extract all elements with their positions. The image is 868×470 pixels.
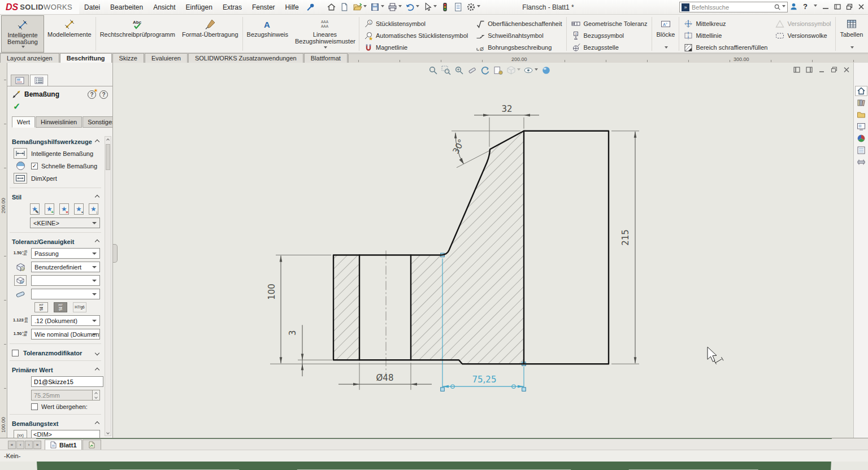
balloon-button[interactable]: 1 Stücklistensymbol [364,19,468,28]
menu-datei[interactable]: Datei [79,0,105,14]
new-document-icon[interactable] [338,1,351,14]
fit-display-stacked-button[interactable]: H7g6 [34,302,48,312]
dimension-215[interactable]: 215 [620,132,636,363]
dimension-100[interactable]: 100 [267,255,282,363]
blocks-flyout-caret[interactable] [665,46,668,50]
search-input[interactable] [692,4,774,11]
override-value-checkbox[interactable] [31,403,38,410]
smart-dimension-item[interactable]: Intelligente Bemaßung [13,148,100,159]
auto-balloon-button[interactable]: Automatisches Stücklistensymbol [364,31,468,40]
blocks-button[interactable]: A° Blöcke [653,15,678,53]
menu-fenster[interactable]: Fenster [247,0,280,14]
home-icon[interactable] [325,1,338,14]
model-items-button[interactable]: Modellelemente [44,15,95,53]
first-sheet-button[interactable]: « [8,441,16,449]
menu-ansicht[interactable]: Ansicht [148,0,180,14]
style-add-button[interactable]: ★+ [45,203,54,215]
view-palette-icon[interactable] [855,121,867,132]
menu-hilfe[interactable]: Hilfe [280,0,304,14]
last-sheet-button[interactable]: » [33,441,41,449]
hole-callout-button[interactable]: Ø Bohrungsbeschreibung [476,43,562,52]
linear-note-pattern-button[interactable]: AAAAAA Lineares Bezugshinweismuster [292,15,358,53]
centerline-button[interactable]: Mittellinie [684,31,767,40]
pin-menu-icon[interactable] [304,1,317,14]
select-cursor-icon[interactable] [421,1,439,14]
doc-restore-icon[interactable] [831,67,837,73]
tab-zusatzanwendungen[interactable]: SOLIDWORKS Zusatzanwendungen [188,53,303,63]
dimxpert-item[interactable]: DimXpert [13,173,100,184]
menu-einfuegen[interactable]: Einfügen [181,0,218,14]
tab-beschriftung[interactable]: Beschriftung [60,53,112,63]
section-tolerance[interactable]: Toleranz/Genauigkeit [12,238,99,245]
panel-tab-properties[interactable] [30,75,48,86]
sheet-properties-icon[interactable] [493,66,503,75]
tables-button[interactable]: Tabellen [836,15,866,53]
restore-button[interactable] [846,3,853,10]
annotation-tag-icon[interactable] [467,66,477,75]
doc-minimize-icon[interactable] [818,67,825,73]
pane-left-icon[interactable] [793,67,800,73]
center-mark-button[interactable]: Mittelkreuz [684,19,767,28]
section-primary-value[interactable]: Primärer Wert [12,367,99,373]
weld-symbol-button[interactable]: Schweißnahtsymbol [476,31,562,40]
tolerance-precision-dropdown[interactable]: Wie nominal (Dokument) [31,329,100,340]
format-painter-button[interactable]: Format-Übertragung [179,15,242,53]
smart-dimension-button[interactable]: Intelligente Bemaßung [1,15,44,53]
spellcheck-button[interactable]: Abc Rechtschreibprüfprogramm [97,15,179,53]
custom-properties-icon[interactable] [855,145,867,155]
help-caret[interactable] [814,5,817,8]
datum-feature-button[interactable]: A Bezugssymbol [571,31,647,40]
subtab-sonstiges[interactable]: Sonstiges [83,116,113,128]
taskpane-home-icon[interactable] [855,86,867,96]
fit-display-linear-button[interactable]: H7/g6 [73,302,86,312]
dimension-32[interactable]: 32 [474,104,539,116]
close-button[interactable] [858,3,865,10]
pane-right-icon[interactable] [806,67,813,73]
search-magnifier-icon[interactable] [774,3,781,11]
ok-check-icon[interactable]: ✓ [13,101,20,112]
appearances-icon[interactable] [855,133,867,143]
tab-skizze[interactable]: Skizze [112,53,144,63]
panel-splitter-handle[interactable] [113,244,118,263]
minimize-button[interactable] [822,3,829,10]
add-sheet-tab[interactable] [83,439,101,450]
smart-dimension-tool-icon[interactable] [14,148,27,159]
linear-note-flyout-caret[interactable] [324,46,327,50]
panel-scrollbar[interactable] [105,136,111,436]
fit-classification-dropdown[interactable]: Benutzerdefiniert [31,262,100,272]
doc-close-icon[interactable] [843,67,850,73]
rotate-view-icon[interactable] [480,66,490,75]
section-style[interactable]: Stil [12,194,99,201]
display-settings-eye-icon[interactable] [524,66,538,75]
next-sheet-button[interactable]: › [25,441,33,449]
section-helpers[interactable]: Bemaßungshilfswerkzeuge [12,138,99,145]
render-sphere-icon[interactable] [541,66,551,75]
primary-value-name-input[interactable] [31,376,103,387]
tab-blattformat[interactable]: Blattformat [304,53,348,63]
whats-new-icon[interactable]: ?✶ [88,90,96,99]
dimension-handle[interactable] [522,388,526,391]
maximize-button[interactable] [834,3,841,10]
print-icon[interactable] [386,1,403,14]
style-dropdown[interactable]: <KEINE> [30,217,100,228]
forum-tools-icon[interactable] [855,157,867,167]
quick-dimension-checkbox[interactable]: ✓ [31,163,38,169]
user-account-icon[interactable] [789,2,798,11]
dimension-diameter-48[interactable]: Ø48 [338,373,432,385]
revision-cloud-button[interactable]: Versionswolke [775,31,831,40]
shaft-fit-dropdown[interactable] [31,289,100,299]
geometric-tolerance-button[interactable]: Geometrische Toleranz [571,19,647,28]
magnetic-line-button[interactable]: Magnetlinie [364,43,468,52]
surface-finish-button[interactable]: Oberflächenbeschaffenheit [476,19,562,28]
search-options-caret[interactable] [782,5,785,9]
open-icon[interactable] [351,1,368,14]
dimension-30deg[interactable]: 30° [450,132,466,164]
drawing-sheet[interactable]: 32 30° 215 100 [113,63,853,438]
sheet-tab-blatt1[interactable]: Blatt1 [45,439,82,450]
rebuild-traffic-light-icon[interactable] [439,1,452,14]
dimxpert-icon[interactable] [14,173,27,184]
design-library-icon[interactable] [855,98,867,108]
style-delete-button[interactable]: ★× [59,203,69,215]
hole-fit-dropdown[interactable] [31,275,100,286]
dimension-handle[interactable] [441,388,445,391]
